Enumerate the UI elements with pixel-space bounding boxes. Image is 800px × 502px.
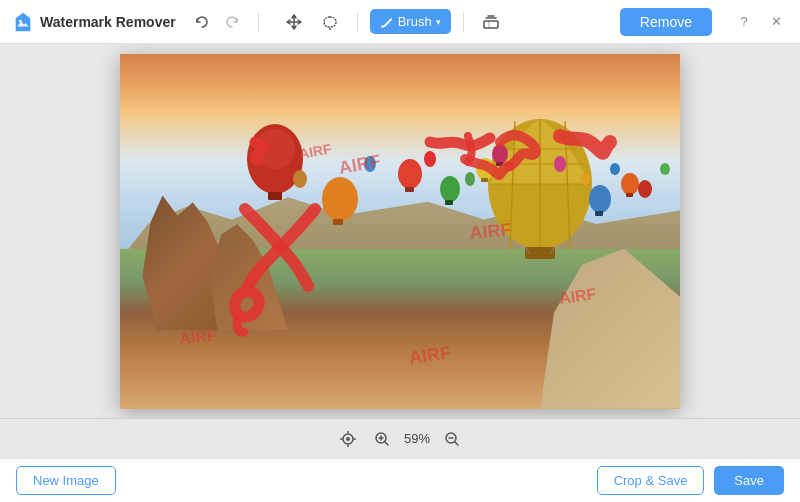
- close-icon: ✕: [771, 14, 782, 29]
- zoom-in-button[interactable]: [370, 427, 394, 451]
- footer: New Image Crop & Save Save: [0, 458, 800, 502]
- crop-save-label: Crop & Save: [614, 473, 688, 488]
- brush-tool-button[interactable]: Brush ▾: [370, 9, 451, 34]
- svg-line-55: [385, 442, 388, 445]
- svg-point-47: [346, 437, 350, 441]
- zoom-out-button[interactable]: [440, 427, 464, 451]
- logo-icon: [12, 11, 34, 33]
- svg-point-2: [381, 25, 384, 28]
- remove-label: Remove: [640, 14, 692, 30]
- zoom-controls: 59%: [336, 427, 464, 451]
- svg-line-58: [455, 442, 458, 445]
- remove-button[interactable]: Remove: [620, 8, 712, 36]
- svg-point-1: [329, 28, 331, 30]
- save-label: Save: [734, 473, 764, 488]
- app-logo: Watermark Remover: [12, 11, 176, 33]
- titlebar: Watermark Remover: [0, 0, 800, 44]
- new-image-label: New Image: [33, 473, 99, 488]
- help-icon: ?: [740, 14, 747, 29]
- save-button[interactable]: Save: [714, 466, 784, 495]
- photo-background: AIRF AIRF AIRF AIRF AIRF AIRF: [120, 54, 680, 409]
- footer-right: Crop & Save Save: [597, 466, 784, 495]
- zoom-bar: 59%: [0, 418, 800, 458]
- divider-1: [258, 12, 259, 32]
- eraser-tool-button[interactable]: [476, 7, 506, 37]
- app-title: Watermark Remover: [40, 14, 176, 30]
- undo-button[interactable]: [188, 8, 216, 36]
- brush-chevron-icon: ▾: [436, 17, 441, 27]
- new-image-button[interactable]: New Image: [16, 466, 116, 495]
- svg-rect-3: [484, 21, 498, 28]
- close-button[interactable]: ✕: [764, 10, 788, 34]
- zoom-reset-button[interactable]: [336, 427, 360, 451]
- help-button[interactable]: ?: [732, 10, 756, 34]
- redo-button[interactable]: [218, 8, 246, 36]
- tool-group: [279, 7, 345, 37]
- move-tool-button[interactable]: [279, 7, 309, 37]
- lasso-tool-button[interactable]: [315, 7, 345, 37]
- window-controls: ? ✕: [732, 10, 788, 34]
- brush-label: Brush: [398, 14, 432, 29]
- image-container: AIRF AIRF AIRF AIRF AIRF AIRF: [120, 54, 680, 409]
- zoom-percent-label: 59%: [404, 431, 430, 446]
- divider-2: [357, 12, 358, 32]
- divider-3: [463, 12, 464, 32]
- svg-point-0: [19, 19, 22, 22]
- crop-save-button[interactable]: Crop & Save: [597, 466, 705, 495]
- canvas-area[interactable]: AIRF AIRF AIRF AIRF AIRF AIRF: [0, 44, 800, 418]
- nav-group: [188, 8, 246, 36]
